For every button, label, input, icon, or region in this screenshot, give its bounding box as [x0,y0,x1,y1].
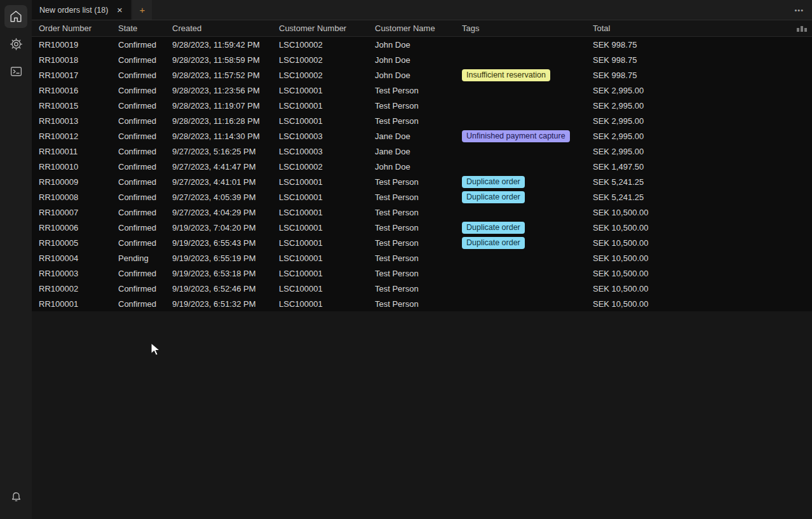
table-row[interactable]: RR100013 Confirmed 9/28/2023, 11:16:28 P… [32,113,812,128]
cell-customer-name: Test Person [375,177,462,187]
cell-created: 9/27/2023, 4:41:01 PM [172,177,279,187]
tag-badge: Duplicate order [462,222,525,234]
tab-label: New orders list (18) [39,6,108,15]
sidebar-item-settings[interactable] [4,32,27,55]
column-header-total: Total [593,24,812,33]
cell-customer-name: Test Person [375,238,462,248]
cell-order-number: RR100003 [39,269,118,278]
cell-state: Confirmed [118,208,172,217]
cell-created: 9/19/2023, 6:51:32 PM [172,299,279,309]
cell-created: 9/28/2023, 11:57:52 PM [172,71,279,80]
columns-settings-icon[interactable] [797,25,808,32]
table-row[interactable]: RR100001 Confirmed 9/19/2023, 6:51:32 PM… [32,296,812,311]
cell-total: SEK 1,497.50 [593,162,812,172]
cell-total: SEK 2,995.00 [593,131,812,141]
cell-order-number: RR100007 [39,208,118,217]
table-body: RR100019 Confirmed 9/28/2023, 11:59:42 P… [32,37,812,311]
cell-created: 9/27/2023, 5:16:25 PM [172,147,279,156]
table-row[interactable]: RR100018 Confirmed 9/28/2023, 11:58:59 P… [32,52,812,67]
cell-customer-number: LSC100001 [279,177,375,187]
cell-customer-number: LSC100001 [279,269,375,278]
column-header-order-number: Order Number [39,24,118,33]
cell-created: 9/27/2023, 4:05:39 PM [172,192,279,202]
cell-customer-name: Test Person [375,223,462,233]
cell-order-number: RR100004 [39,253,118,263]
cell-state: Confirmed [118,55,172,65]
table-row[interactable]: RR100017 Confirmed 9/28/2023, 11:57:52 P… [32,67,812,83]
table-row[interactable]: RR100007 Confirmed 9/27/2023, 4:04:29 PM… [32,205,812,220]
sidebar-item-notifications[interactable] [4,485,27,508]
cell-state: Confirmed [118,238,172,248]
table-row[interactable]: RR100015 Confirmed 9/28/2023, 11:19:07 P… [32,98,812,113]
table-row[interactable]: RR100002 Confirmed 9/19/2023, 6:52:46 PM… [32,281,812,296]
cell-created: 9/19/2023, 6:55:43 PM [172,238,279,248]
table-row[interactable]: RR100008 Confirmed 9/27/2023, 4:05:39 PM… [32,189,812,205]
cell-customer-name: Test Person [375,192,462,202]
cell-total: SEK 2,995.00 [593,147,812,156]
cell-customer-name: John Doe [375,71,462,80]
cell-order-number: RR100011 [39,147,118,156]
cell-total: SEK 998.75 [593,71,812,80]
table-row[interactable]: RR100016 Confirmed 9/28/2023, 11:23:56 P… [32,83,812,98]
cell-total: SEK 998.75 [593,55,812,65]
cell-customer-name: John Doe [375,40,462,50]
add-tab-button[interactable]: + [132,0,152,20]
cell-order-number: RR100008 [39,192,118,202]
cell-created: 9/19/2023, 7:04:20 PM [172,223,279,233]
table-row[interactable]: RR100019 Confirmed 9/28/2023, 11:59:42 P… [32,37,812,52]
cell-customer-name: Test Person [375,269,462,278]
cell-state: Confirmed [118,284,172,293]
cell-total: SEK 2,995.00 [593,101,812,111]
cell-state: Confirmed [118,131,172,141]
tab-new-orders-list[interactable]: New orders list (18) × [32,0,131,20]
cell-state: Confirmed [118,299,172,309]
table-row[interactable]: RR100003 Confirmed 9/19/2023, 6:53:18 PM… [32,266,812,281]
more-options-button[interactable]: ••• [794,0,812,20]
cell-created: 9/27/2023, 4:41:47 PM [172,162,279,172]
cell-order-number: RR100006 [39,223,118,233]
terminal-icon [10,65,23,78]
gear-icon [10,37,23,51]
cell-order-number: RR100019 [39,40,118,50]
table-row[interactable]: RR100011 Confirmed 9/27/2023, 5:16:25 PM… [32,144,812,159]
cell-state: Confirmed [118,162,172,172]
tag-badge: Duplicate order [462,237,525,249]
table-row[interactable]: RR100004 Pending 9/19/2023, 6:55:19 PM L… [32,250,812,266]
cell-state: Confirmed [118,101,172,111]
cell-customer-number: LSC100001 [279,116,375,126]
cell-created: 9/28/2023, 11:58:59 PM [172,55,279,65]
ellipsis-icon: ••• [794,6,804,14]
cell-order-number: RR100010 [39,162,118,172]
cell-created: 9/19/2023, 6:55:19 PM [172,253,279,263]
column-header-state: State [118,24,172,33]
cell-customer-number: LSC100001 [279,284,375,293]
sidebar-item-terminal[interactable] [4,60,27,83]
cell-total: SEK 10,500.00 [593,269,812,278]
table-row[interactable]: RR100010 Confirmed 9/27/2023, 4:41:47 PM… [32,159,812,174]
close-icon[interactable]: × [115,5,124,15]
cell-customer-name: Test Person [375,116,462,126]
cell-order-number: RR100017 [39,71,118,80]
cell-created: 9/28/2023, 11:23:56 PM [172,86,279,95]
sidebar-item-home[interactable] [4,5,27,28]
cell-order-number: RR100013 [39,116,118,126]
tag-badge: Insufficient reservation [462,69,550,81]
cell-customer-name: John Doe [375,162,462,172]
table-row[interactable]: RR100012 Confirmed 9/28/2023, 11:14:30 P… [32,128,812,144]
cell-created: 9/28/2023, 11:19:07 PM [172,101,279,111]
cell-order-number: RR100015 [39,101,118,111]
tab-bar: New orders list (18) × + ••• [32,0,812,20]
cell-total: SEK 2,995.00 [593,86,812,95]
table-row[interactable]: RR100005 Confirmed 9/19/2023, 6:55:43 PM… [32,235,812,250]
table-row[interactable]: RR100006 Confirmed 9/19/2023, 7:04:20 PM… [32,220,812,235]
cell-customer-number: LSC100003 [279,147,375,156]
cell-customer-number: LSC100001 [279,253,375,263]
cell-total: SEK 10,500.00 [593,284,812,293]
cell-customer-name: Test Person [375,86,462,95]
cell-state: Confirmed [118,71,172,80]
cell-created: 9/28/2023, 11:16:28 PM [172,116,279,126]
cell-total: SEK 5,241.25 [593,177,812,187]
table-row[interactable]: RR100009 Confirmed 9/27/2023, 4:41:01 PM… [32,174,812,189]
cell-customer-number: LSC100002 [279,71,375,80]
cell-total: SEK 10,500.00 [593,208,812,217]
